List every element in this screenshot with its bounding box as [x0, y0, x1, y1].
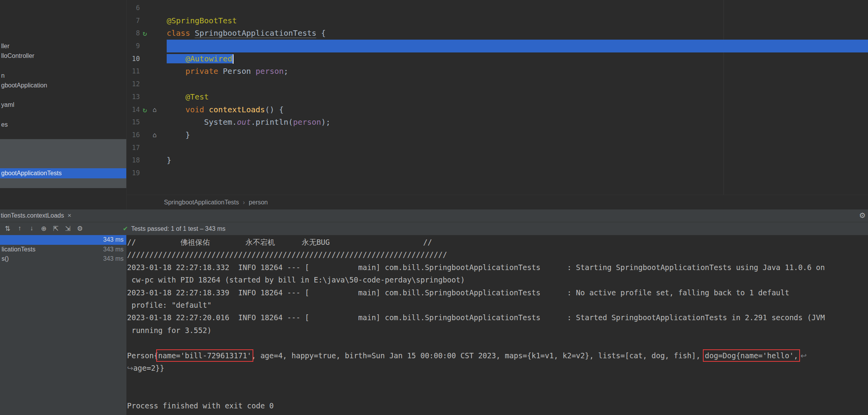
gutter-slot	[153, 154, 163, 167]
gutter	[140, 116, 167, 129]
gutter	[140, 65, 167, 78]
code-line[interactable]: 15 System.out.println(person);	[127, 116, 868, 129]
import-icon[interactable]: ⇲	[62, 225, 74, 233]
project-tree-item-label: n	[1, 72, 5, 79]
code-text: class SpringbootApplicationTests {	[167, 27, 868, 40]
test-tree-item[interactable]: 343 ms	[0, 235, 126, 245]
token: );	[321, 117, 330, 127]
code-text: void contextLoads() {	[167, 103, 868, 116]
arrow-up-icon[interactable]: ↑	[14, 225, 26, 233]
project-tree-item[interactable]	[0, 178, 126, 188]
project-tree-item[interactable]: es	[0, 120, 126, 129]
console-line	[127, 374, 868, 387]
breadcrumb: SpringbootApplicationTests›person	[127, 195, 868, 209]
soft-wrap-icon: ↪	[127, 364, 133, 372]
line-number: 17	[127, 141, 140, 154]
editor-pane[interactable]: 67@SpringBootTest8↻class SpringbootAppli…	[127, 0, 868, 195]
gear-icon[interactable]: ⚙	[859, 211, 866, 220]
project-tree-item[interactable]: n	[0, 71, 126, 80]
console-line: 2023-01-18 22:27:20.016 INFO 18264 --- […	[127, 311, 868, 324]
token	[167, 54, 185, 63]
project-tree-item[interactable]: yaml	[0, 100, 126, 110]
code-line[interactable]: 17	[127, 141, 868, 154]
test-tree-item[interactable]: licationTests343 ms	[0, 245, 126, 255]
project-tree-item[interactable]	[0, 139, 126, 149]
console-line: 2023-01-18 22:27:18.332 INFO 18264 --- […	[127, 261, 868, 274]
project-tree-item[interactable]: gbootApplicationTests	[0, 168, 126, 178]
gutter-marker-icon[interactable]: ⌂	[153, 129, 163, 141]
soft-wrap-icon: ↩	[798, 351, 807, 360]
code-line[interactable]: 14↻⌂ void contextLoads() {	[127, 103, 868, 116]
breadcrumb-item[interactable]: SpringbootApplicationTests	[164, 199, 239, 206]
token	[167, 66, 185, 76]
project-tree-panel[interactable]: llerlloControllerngbootApplicationyamles…	[0, 0, 127, 209]
console-text: Person{	[127, 351, 158, 360]
token: {	[316, 28, 326, 38]
gutter-slot	[153, 78, 163, 91]
code-tokens: @Test	[167, 92, 209, 101]
project-tree-item[interactable]: lloController	[0, 51, 126, 61]
code-line[interactable]: 19	[127, 167, 868, 180]
project-tree-item[interactable]	[0, 159, 126, 168]
code-line[interactable]: 10 @Autowired	[127, 52, 868, 65]
console-output[interactable]: // 佛祖保佑 永不宕机 永无BUG /////////////////////…	[127, 235, 868, 415]
gutter-marker-icon[interactable]: ⌂	[153, 103, 163, 116]
gutter-slot	[143, 91, 153, 103]
gutter-slot	[143, 40, 153, 52]
code-text: @Test	[167, 91, 868, 103]
close-icon[interactable]: ×	[68, 212, 71, 220]
code-line[interactable]: 11 private Person person;	[127, 65, 868, 78]
project-tree-item[interactable]	[0, 61, 126, 70]
code-line[interactable]: 12	[127, 78, 868, 91]
run-toolbar: ⇅↑↓⊕⇱⇲⚙ ✔ Tests passed: 1 of 1 test – 34…	[0, 222, 868, 235]
code-text	[167, 40, 868, 52]
project-tree-item-label: lloController	[1, 52, 34, 59]
project-tree-item[interactable]: gbootApplication	[0, 80, 126, 90]
rerun-test-icon[interactable]: ↻	[143, 27, 153, 40]
gutter-slot	[153, 91, 163, 103]
code-text: System.out.println(person);	[167, 116, 868, 129]
settings-icon[interactable]: ⚙	[74, 225, 86, 233]
arrow-down-icon[interactable]: ↓	[26, 225, 38, 233]
gutter-slot	[153, 116, 163, 129]
token: class	[167, 28, 195, 38]
test-tree-item[interactable]: s()343 ms	[0, 254, 126, 264]
console-line: // 佛祖保佑 永不宕机 永无BUG //	[127, 236, 868, 248]
gutter-slot	[143, 167, 153, 180]
gutter-slot	[153, 167, 163, 180]
rerun-test-icon[interactable]: ↻	[143, 103, 153, 116]
token: person	[256, 66, 284, 76]
token: }	[167, 130, 190, 139]
export-icon[interactable]: ⇱	[50, 225, 62, 233]
project-tree-item[interactable]	[0, 90, 126, 100]
code-line[interactable]: 8↻class SpringbootApplicationTests {	[127, 27, 868, 40]
test-tree-panel[interactable]: 343 mslicationTests343 mss()343 ms	[0, 235, 127, 415]
code-line[interactable]: 16⌂ }	[127, 129, 868, 141]
project-tree-item[interactable]: ller	[0, 41, 126, 51]
console-text: profile: "default"	[127, 301, 211, 309]
gutter-slot	[143, 116, 153, 129]
console-text: Process finished with exit code 0	[127, 401, 274, 410]
gutter	[140, 141, 167, 154]
run-tab[interactable]: tionTests.contextLoads ×	[0, 209, 75, 222]
gutter	[140, 40, 167, 52]
code-text	[167, 141, 868, 154]
token: SpringbootApplicationTests	[195, 28, 316, 38]
zoom-icon[interactable]: ⊕	[38, 225, 50, 233]
project-tree-item[interactable]	[0, 129, 126, 139]
token: person	[293, 117, 321, 127]
project-tree-item[interactable]	[0, 149, 126, 159]
project-tree-item[interactable]	[0, 110, 126, 119]
code-text: }	[167, 129, 868, 141]
gutter	[140, 154, 167, 167]
breadcrumb-item[interactable]: person	[249, 199, 268, 206]
line-number: 11	[127, 65, 140, 78]
sort-icon[interactable]: ⇅	[2, 225, 14, 233]
code-line[interactable]: 7@SpringBootTest	[127, 14, 868, 27]
code-line[interactable]: 9	[127, 40, 868, 52]
test-duration: 343 ms	[103, 245, 124, 255]
code-line[interactable]: 13 @Test	[127, 91, 868, 103]
code-line[interactable]: 6	[127, 2, 868, 14]
gutter-slot	[143, 52, 153, 65]
code-line[interactable]: 18}	[127, 154, 868, 167]
